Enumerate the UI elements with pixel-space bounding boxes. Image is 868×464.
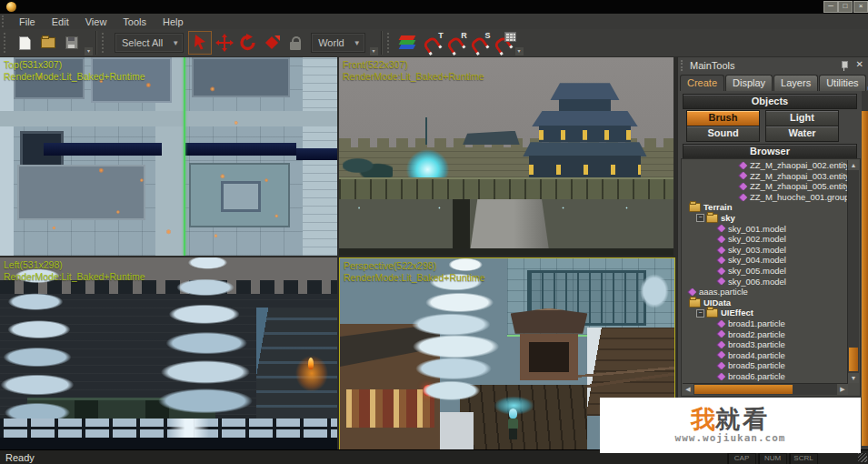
toolbar-grip[interactable]: [102, 33, 107, 53]
tree-item[interactable]: sky_006.model: [682, 277, 845, 287]
viewport-left[interactable]: Left(531x298) RenderMode:Lit_Baked+Runti…: [0, 257, 337, 449]
move-tool-button[interactable]: [214, 32, 235, 54]
minimize-button[interactable]: ─: [823, 1, 838, 13]
tree-item[interactable]: ZZ_M_zhaopai_002.entity: [682, 160, 845, 171]
panel-scrollbar[interactable]: [862, 91, 868, 449]
tree-item-label: ZZ_M_zhaopai_005.entity: [750, 181, 850, 192]
scrollbar-thumb[interactable]: [862, 111, 868, 446]
menu-view[interactable]: View: [77, 15, 115, 28]
left-scene-snow-tree: [0, 261, 81, 446]
open-file-button[interactable]: [37, 32, 59, 54]
toolbar-grip[interactable]: [4, 33, 9, 53]
tree-item[interactable]: sky_002.model: [682, 234, 845, 245]
tab-layers[interactable]: Layers: [773, 75, 818, 91]
menu-edit[interactable]: Edit: [44, 15, 77, 28]
tree-item[interactable]: broad2.particle: [682, 329, 845, 340]
tree-item[interactable]: aaas.particle: [682, 287, 845, 298]
tree-item[interactable]: sky_004.model: [682, 255, 845, 266]
viewport-top-label: Top(531x307) RenderMode:Lit_Baked+Runtim…: [4, 59, 145, 83]
new-file-button[interactable]: [14, 32, 35, 54]
tree-item[interactable]: −UIEffect: [682, 308, 845, 318]
scroll-left-icon[interactable]: ◀: [683, 384, 693, 395]
snap-translate-button[interactable]: T: [421, 32, 443, 54]
brush-button[interactable]: Brush: [686, 110, 760, 126]
objects-section-header[interactable]: Objects: [683, 94, 857, 109]
close-button[interactable]: ×: [853, 1, 868, 13]
tree-item[interactable]: ZZ_M_zhaopai_005.entity: [682, 181, 845, 192]
tree-item[interactable]: sky_001.model: [682, 224, 845, 235]
top-scene-road: [0, 111, 337, 126]
persp-scene-character: [507, 409, 519, 439]
scroll-down-icon[interactable]: ▼: [848, 373, 859, 383]
viewport-left-label: Left(531x298) RenderMode:Lit_Baked+Runti…: [4, 259, 145, 283]
tree-item[interactable]: broad4.particle: [682, 350, 845, 361]
tree-item[interactable]: sky_005.model: [682, 266, 845, 277]
toolbar-separator: [381, 31, 382, 55]
layers-view-button[interactable]: [397, 32, 419, 54]
snap-rotate-button[interactable]: R: [444, 32, 466, 54]
rotate-tool-button[interactable]: [237, 32, 259, 54]
toolbar-separator: [95, 31, 96, 55]
panel-close-icon[interactable]: ✕: [856, 59, 863, 69]
select-tool-button[interactable]: [188, 31, 212, 55]
tree-item[interactable]: sky_003.model: [682, 245, 845, 256]
snap-scale-button[interactable]: S: [468, 32, 490, 54]
resize-grip[interactable]: [858, 453, 867, 462]
pin-icon[interactable]: [840, 60, 849, 71]
viewport-top[interactable]: Top(531x307) RenderMode:Lit_Baked+Runtim…: [0, 57, 337, 256]
restore-button[interactable]: □: [838, 1, 853, 13]
menu-grip[interactable]: [2, 15, 8, 27]
tree-item-label: sky_002.model: [728, 234, 786, 245]
toolbar-grip[interactable]: [387, 33, 393, 53]
top-scene-guide-line: [184, 57, 185, 256]
coordinate-system-dropdown[interactable]: World ▼: [311, 33, 364, 53]
scale-tool-button[interactable]: [261, 32, 283, 54]
tree-item[interactable]: broad3.particle: [682, 339, 845, 350]
lock-selection-button[interactable]: [284, 32, 306, 54]
persp-scene-path: [460, 385, 587, 450]
menu-help[interactable]: Help: [155, 15, 192, 28]
tree-item[interactable]: UIData: [682, 298, 845, 308]
tree-item-label: sky: [721, 213, 735, 224]
toolbar-overflow-button[interactable]: ▾: [370, 47, 378, 55]
palace-roof: [550, 83, 619, 100]
collapse-icon[interactable]: −: [696, 214, 704, 222]
browser-tree: ZZ_M_zhaopai_002.entityZZ_M_zhaopai_003.…: [681, 158, 861, 397]
tree-horizontal-scrollbar[interactable]: ◀ ▶: [683, 383, 848, 395]
tree-item[interactable]: Terrain: [682, 202, 845, 213]
scroll-up-icon[interactable]: ▲: [848, 160, 859, 170]
scrollbar-thumb[interactable]: [694, 385, 793, 394]
tab-display[interactable]: Display: [725, 75, 773, 91]
title-bar[interactable]: ─ □ ×: [0, 0, 868, 14]
tree-item[interactable]: broad6.particle: [682, 371, 845, 382]
scrollbar-thumb[interactable]: [849, 348, 858, 371]
tree-item[interactable]: broad1.particle: [682, 318, 845, 329]
menu-file[interactable]: File: [11, 15, 44, 28]
select-mode-value: Select All: [122, 37, 163, 48]
tree-item[interactable]: −sky: [682, 213, 845, 224]
toolbar-overflow-button[interactable]: ▾: [85, 47, 93, 55]
browser-section-header[interactable]: Browser: [683, 144, 857, 159]
collapse-icon[interactable]: −: [696, 309, 704, 318]
tree-vertical-scrollbar[interactable]: ▲ ▼: [847, 160, 859, 383]
tab-utilities[interactable]: Utilities: [819, 75, 865, 91]
menu-tools[interactable]: Tools: [115, 15, 155, 28]
save-file-button[interactable]: [61, 32, 83, 54]
viewport-title: Front(522x307): [343, 59, 484, 71]
panel-header[interactable]: MainTools ✕: [678, 57, 868, 74]
panel-grip[interactable]: [681, 60, 686, 71]
water-button[interactable]: Water: [765, 126, 839, 142]
light-button[interactable]: Light: [765, 110, 839, 126]
viewport-front[interactable]: Front(522x307) RenderMode:Lit_Baked+Runt…: [339, 57, 673, 256]
tree-item[interactable]: broad5.particle: [682, 360, 845, 371]
snap-grid-button[interactable]: [492, 32, 514, 54]
scale-icon: [263, 34, 281, 52]
tab-create[interactable]: Create: [680, 75, 724, 91]
scroll-right-icon[interactable]: ▶: [837, 384, 848, 395]
select-mode-dropdown[interactable]: Select All ▼: [115, 33, 184, 53]
tree-item[interactable]: ZZ_M_zhaopai_003.entity: [682, 171, 845, 182]
tree-item[interactable]: ZZ_M_huoche_001.group: [682, 192, 845, 203]
character-legs: [509, 429, 517, 439]
sound-button[interactable]: Sound: [686, 126, 760, 142]
toolbar-overflow-button[interactable]: ▾: [515, 47, 524, 55]
